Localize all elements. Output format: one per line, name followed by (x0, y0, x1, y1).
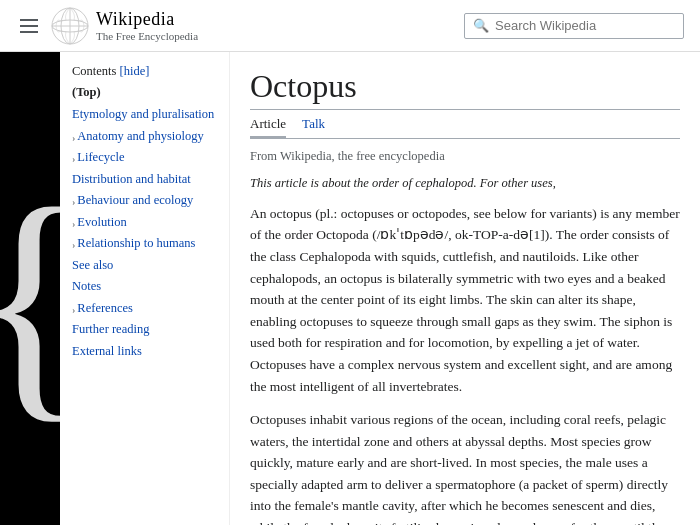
logo-text: Wikipedia The Free Encyclopedia (96, 9, 198, 42)
toc-item[interactable]: Further reading (72, 319, 219, 341)
logo-subtitle: The Free Encyclopedia (96, 30, 198, 42)
toc-item[interactable]: ›Evolution (72, 212, 219, 234)
toc-items-list: Etymology and pluralisation›Anatomy and … (72, 104, 219, 362)
italic-note-text: This article is about the order of cepha… (250, 176, 556, 190)
search-icon: 🔍 (473, 18, 489, 34)
toc-item[interactable]: External links (72, 341, 219, 363)
italic-note: This article is about the order of cepha… (250, 174, 680, 193)
toc-item[interactable]: ›Relationship to humans (72, 233, 219, 255)
toc-item[interactable]: ›Behaviour and ecology (72, 190, 219, 212)
wikipedia-logo[interactable]: Wikipedia The Free Encyclopedia (50, 6, 198, 46)
header-left: Wikipedia The Free Encyclopedia (16, 6, 198, 46)
toc-top-item[interactable]: (Top) (72, 85, 219, 100)
toc-item-link[interactable]: Etymology and pluralisation (72, 107, 214, 121)
article-title: Octopus (250, 68, 680, 110)
site-header: Wikipedia The Free Encyclopedia 🔍 (0, 0, 700, 52)
article-paragraph: Octopuses inhabit various regions of the… (250, 409, 680, 525)
content-area: Contents [hide] (Top) Etymology and plur… (60, 52, 700, 525)
toc-item[interactable]: ›References (72, 298, 219, 320)
toc-item-link[interactable]: Relationship to humans (77, 235, 195, 253)
toc-item-link[interactable]: Anatomy and physiology (77, 128, 203, 146)
search-input[interactable] (495, 18, 675, 33)
article-tabs: Article Talk (250, 116, 680, 139)
toc-hide-link[interactable]: [hide] (120, 64, 150, 78)
tab-article[interactable]: Article (250, 116, 286, 138)
left-decoration: { (0, 52, 60, 525)
toc-item[interactable]: See also (72, 255, 219, 277)
logo-title: Wikipedia (96, 9, 198, 30)
hamburger-menu-button[interactable] (16, 15, 42, 37)
toc-item[interactable]: Etymology and pluralisation (72, 104, 219, 126)
tab-talk[interactable]: Talk (302, 116, 325, 138)
globe-icon (50, 6, 90, 46)
bracket-icon: { (0, 169, 92, 429)
chevron-icon: › (72, 131, 75, 145)
article-paragraphs: An octopus (pl.: octopuses or octopodes,… (250, 203, 680, 525)
article-source: From Wikipedia, the free encyclopedia (250, 149, 680, 164)
toc-header: Contents [hide] (72, 64, 219, 79)
toc-title-text: Contents (72, 64, 116, 78)
toc-item-link[interactable]: Behaviour and ecology (77, 192, 193, 210)
toc-item[interactable]: ›Lifecycle (72, 147, 219, 169)
main-container: { Contents [hide] (Top) Etymology and pl… (0, 52, 700, 525)
search-bar[interactable]: 🔍 (464, 13, 684, 39)
toc-item[interactable]: Notes (72, 276, 219, 298)
toc-item[interactable]: ›Anatomy and physiology (72, 126, 219, 148)
toc-item[interactable]: Distribution and habitat (72, 169, 219, 191)
article: Octopus Article Talk From Wikipedia, the… (230, 52, 700, 525)
article-paragraph: An octopus (pl.: octopuses or octopodes,… (250, 203, 680, 397)
